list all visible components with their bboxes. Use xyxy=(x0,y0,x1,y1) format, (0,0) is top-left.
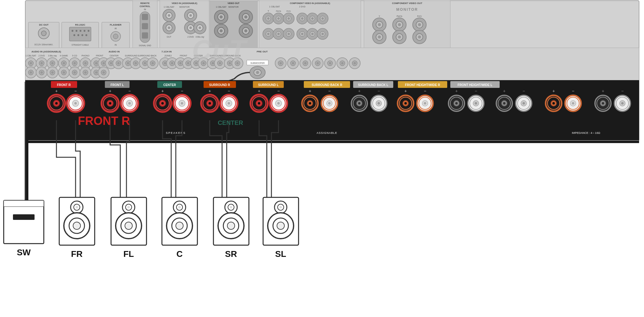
svg-text:MONITOR: MONITOR xyxy=(396,7,418,12)
svg-point-305 xyxy=(50,97,63,110)
svg-point-222 xyxy=(159,58,171,69)
svg-point-255 xyxy=(236,62,239,64)
svg-text:Pb/Cb: Pb/Cb xyxy=(397,15,402,17)
svg-rect-117 xyxy=(364,1,450,48)
svg-point-207 xyxy=(122,58,134,69)
svg-rect-30 xyxy=(140,12,150,43)
svg-text:−: − xyxy=(475,89,477,93)
svg-rect-430 xyxy=(13,214,35,220)
svg-text:1 CBL/SAT: 1 CBL/SAT xyxy=(164,6,175,8)
svg-point-376 xyxy=(403,101,408,106)
svg-rect-32 xyxy=(142,23,148,29)
svg-point-266 xyxy=(291,61,295,66)
svg-point-85 xyxy=(283,13,294,24)
svg-text:FRONT L: FRONT L xyxy=(110,83,124,87)
svg-text:+: + xyxy=(404,89,407,93)
svg-point-410 xyxy=(570,101,576,106)
svg-point-42 xyxy=(166,25,172,31)
svg-text:COMPONENT VIDEO IN (ASSIGNABLE: COMPONENT VIDEO IN (ASSIGNABLE) xyxy=(290,2,330,5)
svg-point-237 xyxy=(194,61,199,66)
svg-rect-464 xyxy=(263,197,299,245)
svg-point-386 xyxy=(454,101,459,106)
svg-point-167 xyxy=(63,62,65,64)
svg-point-277 xyxy=(337,58,348,69)
svg-text:REMOTE: REMOTE xyxy=(140,2,150,4)
svg-point-129 xyxy=(396,21,403,28)
svg-point-175 xyxy=(69,67,80,78)
svg-point-470 xyxy=(277,222,284,229)
svg-text:+: + xyxy=(358,89,361,93)
svg-point-360 xyxy=(327,101,332,106)
svg-point-462 xyxy=(227,222,235,229)
svg-rect-300 xyxy=(450,81,500,88)
svg-text:SURROUND BACK: SURROUND BACK xyxy=(138,55,157,57)
svg-text:FRONT: FRONT xyxy=(96,55,104,57)
svg-text:+: + xyxy=(455,89,458,93)
svg-point-16 xyxy=(77,34,79,36)
svg-point-329 xyxy=(175,97,189,110)
svg-point-247 xyxy=(217,61,222,66)
svg-point-183 xyxy=(83,70,88,75)
svg-point-24 xyxy=(113,34,118,39)
svg-text:+: + xyxy=(602,89,604,93)
svg-point-450 xyxy=(176,204,183,210)
svg-point-198 xyxy=(102,71,105,74)
svg-text:IR: IR xyxy=(115,27,117,30)
svg-point-336 xyxy=(207,100,213,106)
svg-point-168 xyxy=(58,67,69,78)
svg-point-137 xyxy=(418,23,421,26)
svg-point-395 xyxy=(498,97,510,109)
svg-text:Y: Y xyxy=(379,15,380,17)
svg-point-87 xyxy=(287,17,290,20)
svg-text:−: − xyxy=(328,89,331,93)
svg-point-274 xyxy=(324,58,336,69)
svg-point-326 xyxy=(159,100,166,106)
svg-point-140 xyxy=(418,35,421,39)
svg-point-65 xyxy=(220,29,223,32)
svg-point-145 xyxy=(28,61,33,66)
svg-point-308 xyxy=(67,95,84,112)
svg-text:Pr/Cr: Pr/Cr xyxy=(417,15,422,17)
svg-point-188 xyxy=(94,61,99,66)
svg-point-453 xyxy=(172,218,187,233)
svg-point-78 xyxy=(266,16,271,21)
svg-rect-288 xyxy=(157,81,182,88)
svg-point-191 xyxy=(101,61,106,66)
svg-point-357 xyxy=(309,102,311,105)
svg-text:+: + xyxy=(161,89,164,93)
svg-point-370 xyxy=(376,101,382,106)
svg-text:7.1CH IN: 7.1CH IN xyxy=(162,50,172,53)
svg-point-218 xyxy=(150,61,155,66)
svg-point-330 xyxy=(179,100,185,106)
svg-point-107 xyxy=(297,28,308,39)
svg-point-443 xyxy=(127,206,130,208)
svg-point-304 xyxy=(48,95,65,112)
svg-point-152 xyxy=(39,61,44,66)
svg-text:Pb/Cb: Pb/Cb xyxy=(276,10,281,12)
svg-point-309 xyxy=(69,97,82,110)
svg-rect-0 xyxy=(25,1,639,141)
svg-point-375 xyxy=(399,97,412,109)
svg-point-259 xyxy=(250,66,265,79)
svg-point-194 xyxy=(94,70,99,75)
svg-point-381 xyxy=(424,102,426,105)
svg-point-324 xyxy=(154,95,171,112)
svg-point-276 xyxy=(329,62,331,64)
svg-point-15 xyxy=(73,34,75,36)
svg-point-366 xyxy=(357,101,362,106)
svg-point-349 xyxy=(272,97,285,110)
svg-point-251 xyxy=(227,61,232,66)
svg-point-340 xyxy=(226,100,232,106)
svg-point-458 xyxy=(228,204,234,210)
svg-point-454 xyxy=(176,222,183,229)
svg-point-95 xyxy=(317,13,328,24)
svg-point-113 xyxy=(317,28,328,39)
svg-text:CENTER: CENTER xyxy=(110,55,119,57)
svg-point-232 xyxy=(183,58,194,69)
svg-point-61 xyxy=(218,14,225,20)
svg-point-261 xyxy=(256,71,259,74)
svg-point-339 xyxy=(222,97,236,110)
svg-point-269 xyxy=(303,61,308,66)
svg-text:2 DVD: 2 DVD xyxy=(188,36,194,38)
svg-point-170 xyxy=(63,71,65,74)
